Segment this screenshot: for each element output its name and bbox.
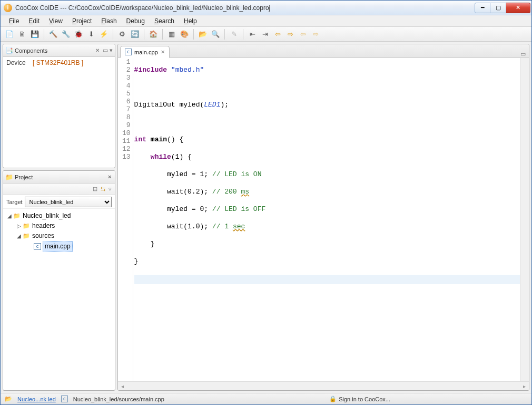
link-editor-icon[interactable]: ⇆ bbox=[101, 186, 105, 192]
components-panel-title: Components bbox=[15, 47, 92, 54]
scroll-left-icon[interactable]: ◂ bbox=[118, 382, 127, 391]
target-label: Target bbox=[6, 199, 23, 205]
editor-body[interactable]: 12345678910111213 #include "mbed.h" Digi… bbox=[118, 58, 529, 381]
forward2-icon[interactable]: ⇨ bbox=[310, 28, 321, 40]
app-icon: i bbox=[4, 4, 12, 12]
nav-left-icon[interactable]: ⇤ bbox=[247, 28, 258, 40]
device-value[interactable]: [ STM32F401RB ] bbox=[33, 59, 83, 66]
back-icon[interactable]: ⇦ bbox=[272, 28, 283, 40]
menu-debug[interactable]: Debug bbox=[122, 16, 149, 26]
grid-icon[interactable]: ▦ bbox=[166, 28, 178, 40]
c-file-icon: c bbox=[125, 49, 132, 55]
close-button[interactable]: ✕ bbox=[506, 3, 530, 13]
flash-icon[interactable]: ⚡ bbox=[98, 28, 110, 40]
project-tree[interactable]: ◢ 📁 Nucleo_blink_led ▷ 📁 headers ◢ 📁 sou… bbox=[3, 209, 115, 254]
horizontal-scrollbar[interactable]: ◂ ▸ bbox=[118, 381, 529, 390]
window-titlebar: i CooCox CoIDE --- C:/CooCox/CoIDE/works… bbox=[1, 1, 531, 15]
arrow-expanded-icon[interactable]: ◢ bbox=[6, 211, 13, 221]
build-icon[interactable]: 🔨 bbox=[47, 28, 59, 40]
editor-column: c main.cpp ✕ ▭ 12345678910111213 #includ… bbox=[116, 42, 531, 393]
gear-icon[interactable]: ⚙ bbox=[116, 28, 128, 40]
folder-icon: 📁 bbox=[22, 223, 31, 230]
tab-close-icon[interactable]: ✕ bbox=[161, 49, 165, 55]
separator bbox=[44, 29, 44, 40]
separator bbox=[162, 29, 163, 40]
status-file-path: Nucleo_blink_led/sources/main.cpp bbox=[73, 396, 164, 402]
tree-headers[interactable]: ▷ 📁 headers bbox=[4, 221, 114, 231]
editor-header-tools: ▭ bbox=[520, 51, 529, 57]
folder-icon: 📁 bbox=[22, 233, 31, 240]
back2-icon[interactable]: ⇦ bbox=[297, 28, 309, 40]
status-project-link[interactable]: Nucleo...nk led bbox=[17, 396, 56, 402]
tree-root-label: Nucleo_blink_led bbox=[23, 211, 71, 221]
refresh-icon[interactable]: 🔄 bbox=[129, 28, 141, 40]
menu-edit[interactable]: Edit bbox=[24, 16, 44, 26]
project-icon: 📁 bbox=[5, 173, 13, 181]
project-panel-header[interactable]: 📁 Project ✕ bbox=[3, 171, 115, 184]
vertical-scrollbar[interactable] bbox=[520, 58, 529, 381]
components-body: Device [ STM32F401RB ] bbox=[3, 57, 115, 69]
open-folder-icon[interactable]: 📂 bbox=[197, 28, 209, 40]
editor-tab-label: main.cpp bbox=[134, 49, 158, 55]
status-bar: 📂 Nucleo...nk led c Nucleo_blink_led/sou… bbox=[1, 393, 531, 404]
editor-tab-main[interactable]: c main.cpp ✕ bbox=[120, 46, 170, 58]
target-row: Target Nucleo_blink_led bbox=[3, 195, 115, 209]
components-panel-close[interactable]: ✕ bbox=[94, 47, 101, 53]
separator bbox=[224, 29, 225, 40]
device-label: Device bbox=[6, 59, 26, 66]
tree-main-cpp[interactable]: c main.cpp bbox=[4, 241, 114, 252]
tree-root[interactable]: ◢ 📁 Nucleo_blink_led bbox=[4, 211, 114, 221]
arrow-expanded-icon[interactable]: ◢ bbox=[16, 231, 22, 241]
menu-project[interactable]: Project bbox=[68, 16, 96, 26]
download-icon[interactable]: ⬇ bbox=[85, 28, 97, 40]
project-toolbar: ⊟ ⇆ ▿ bbox=[3, 184, 115, 195]
edit-icon[interactable]: ✎ bbox=[228, 28, 240, 40]
components-panel: 📑 Components ✕ ▭ ▾ Device [ STM32F401RB … bbox=[3, 44, 115, 168]
nav-right-icon[interactable]: ⇥ bbox=[259, 28, 271, 40]
separator bbox=[144, 29, 144, 40]
main-toolbar: 📄 🗎 💾 🔨 🔧 🐞 ⬇ ⚡ ⚙ 🔄 🏠 ▦ 🎨 📂 🔍 ✎ ⇤ ⇥ ⇦ ⇨ … bbox=[1, 27, 531, 42]
components-panel-tools: ▭ ▾ bbox=[103, 47, 113, 54]
menu-flash[interactable]: Flash bbox=[97, 16, 121, 26]
components-icon: 📑 bbox=[5, 47, 13, 54]
project-panel-close[interactable]: ✕ bbox=[106, 174, 113, 180]
forward-icon[interactable]: ⇨ bbox=[284, 28, 296, 40]
editor-panel: c main.cpp ✕ ▭ 12345678910111213 #includ… bbox=[117, 44, 529, 391]
separator bbox=[113, 29, 113, 40]
menu-view[interactable]: View bbox=[45, 16, 67, 26]
new-file-icon[interactable]: 📄 bbox=[4, 28, 15, 40]
minimize-panel-icon[interactable]: ▭ bbox=[103, 47, 108, 54]
line-gutter: 12345678910111213 bbox=[118, 58, 133, 381]
search-icon[interactable]: 🔍 bbox=[210, 28, 221, 40]
menu-bar: File Edit View Project Flash Debug Searc… bbox=[1, 15, 531, 27]
rebuild-icon[interactable]: 🔧 bbox=[60, 28, 72, 40]
save-icon[interactable]: 💾 bbox=[29, 28, 41, 40]
maximize-button[interactable]: ▢ bbox=[490, 3, 506, 13]
menu-file[interactable]: File bbox=[5, 16, 23, 26]
project-folder-icon: 📁 bbox=[13, 213, 21, 220]
arrow-collapsed-icon[interactable]: ▷ bbox=[16, 221, 22, 231]
window-controls: ━ ▢ ✕ bbox=[475, 3, 530, 13]
target-select[interactable]: Nucleo_blink_led bbox=[25, 197, 112, 207]
tree-sources[interactable]: ◢ 📁 sources bbox=[4, 231, 114, 241]
view-menu-icon[interactable]: ▿ bbox=[109, 186, 112, 192]
project-panel: 📁 Project ✕ ⊟ ⇆ ▿ Target Nucleo_blink_le… bbox=[3, 170, 115, 391]
restore-panel-icon[interactable]: ▭ bbox=[520, 51, 526, 57]
panel-menu-icon[interactable]: ▾ bbox=[110, 47, 113, 54]
workspace: 📑 Components ✕ ▭ ▾ Device [ STM32F401RB … bbox=[1, 42, 531, 393]
menu-help[interactable]: Help bbox=[180, 16, 201, 26]
lock-icon: 🔒 bbox=[329, 396, 337, 402]
menu-search[interactable]: Search bbox=[150, 16, 179, 26]
tree-headers-label: headers bbox=[32, 221, 55, 231]
components-panel-header[interactable]: 📑 Components ✕ ▭ ▾ bbox=[3, 44, 115, 57]
home-icon[interactable]: 🏠 bbox=[147, 28, 159, 40]
scroll-right-icon[interactable]: ▸ bbox=[520, 382, 529, 391]
new-folder-icon[interactable]: 🗎 bbox=[16, 28, 28, 40]
window-title: CooCox CoIDE --- C:/CooCox/CoIDE/workspa… bbox=[15, 4, 475, 12]
code-area[interactable]: #include "mbed.h" DigitalOut myled(LED1)… bbox=[133, 58, 520, 381]
palette-icon[interactable]: 🎨 bbox=[179, 28, 190, 40]
debug-icon[interactable]: 🐞 bbox=[73, 28, 84, 40]
minimize-button[interactable]: ━ bbox=[475, 3, 490, 13]
collapse-icon[interactable]: ⊟ bbox=[93, 186, 97, 192]
signin-link[interactable]: 🔒 Sign in to CooCox... bbox=[329, 396, 390, 402]
